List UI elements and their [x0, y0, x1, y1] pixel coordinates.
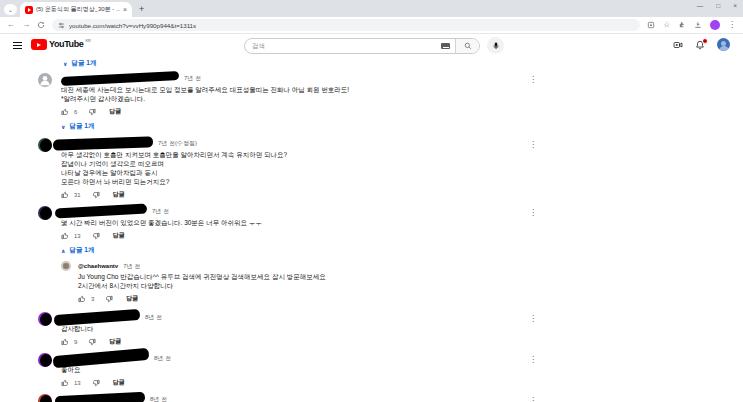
tab-close-button[interactable]: ×: [123, 6, 127, 13]
youtube-wordmark: YouTube: [49, 39, 83, 50]
like-count: 3: [91, 296, 94, 302]
avatar[interactable]: [38, 353, 52, 367]
notification-badge: [702, 38, 708, 44]
replies-toggle[interactable]: ∨ 답글 1개: [61, 122, 528, 131]
search-box[interactable]: [244, 38, 480, 54]
chevron-up-icon: ∧: [61, 248, 65, 254]
download-icon[interactable]: [694, 21, 702, 29]
comment: 7년 전 대전 세종에 사는데요 보시는대로 모임 정보를 알려주세요 대표성을…: [38, 73, 538, 131]
save-share-icon[interactable]: [647, 21, 655, 29]
like-button[interactable]: [61, 379, 69, 387]
replies-toggle[interactable]: ∨ 답글 1개: [63, 59, 743, 68]
like-button[interactable]: [61, 232, 69, 240]
comment-menu-button[interactable]: ⋮: [528, 355, 538, 387]
reply-timestamp[interactable]: 7년 전: [123, 262, 140, 271]
redacted-username: [55, 391, 145, 402]
like-count: 13: [74, 233, 81, 239]
tab-search-button[interactable]: ⌄: [4, 4, 17, 15]
window-close-button[interactable]: ×: [733, 2, 737, 9]
comment-timestamp[interactable]: 8년 전: [154, 354, 171, 363]
dislike-button[interactable]: [88, 338, 96, 346]
comment-menu-button[interactable]: ⋮: [528, 314, 538, 346]
avatar[interactable]: [38, 73, 52, 87]
comment: 8년 전 좋아요 13 답글 ⋮: [38, 353, 538, 387]
window-maximize-button[interactable]: □: [716, 2, 720, 9]
youtube-logo[interactable]: YouTube KR: [31, 39, 91, 50]
site-settings-icon[interactable]: [58, 22, 65, 29]
dislike-button[interactable]: [92, 232, 100, 240]
browser-tab[interactable]: (5) 운동식의 물리명상_30분 - ... ×: [20, 2, 132, 17]
comment-menu-button[interactable]: ⋮: [528, 396, 538, 402]
comment-text: 대전 세종에 사는데요 보시는대로 모임 정보를 알려주세요 대표성을띠는 전화…: [61, 85, 401, 103]
comment-text: 좋아요: [61, 365, 401, 374]
reply-author[interactable]: @chaehwantv: [78, 263, 118, 269]
like-button[interactable]: [61, 338, 69, 346]
notifications-button[interactable]: [695, 40, 705, 50]
comment-timestamp[interactable]: 8년 전: [145, 313, 162, 322]
comment-timestamp[interactable]: 7년 전(수정됨): [158, 139, 197, 148]
bookmark-star-icon[interactable]: ☆: [663, 21, 670, 29]
keyboard-icon[interactable]: [441, 43, 450, 49]
reply-button[interactable]: 답글: [113, 378, 125, 387]
voice-search-button[interactable]: [487, 37, 504, 54]
back-button[interactable]: ←: [7, 21, 15, 29]
comment-menu-button[interactable]: ⋮: [528, 75, 538, 131]
search-input[interactable]: [245, 42, 441, 49]
account-avatar[interactable]: [717, 38, 730, 51]
like-count: 9: [74, 339, 77, 345]
comment: 7년 전 몇 시간 짜리 버전이 있었으면 좋겠습니다. 30분은 너무 아쉬워…: [38, 206, 538, 305]
dislike-button[interactable]: [92, 379, 100, 387]
dislike-button[interactable]: [105, 295, 113, 303]
like-count: 6: [74, 109, 77, 115]
comment-timestamp[interactable]: 7년 전: [184, 74, 201, 83]
extension-icon[interactable]: [678, 21, 686, 29]
youtube-country-badge: KR: [85, 38, 91, 43]
like-count: 31: [74, 192, 81, 198]
browser-window: ⌄ (5) 운동식의 물리명상_30분 - ... × + — □ × ← → …: [0, 0, 743, 402]
like-button[interactable]: [61, 191, 69, 199]
comment-timestamp[interactable]: 8년 전: [150, 395, 167, 402]
comment-reply: @chaehwantv 7년 전 Ju Young Cho 반갑습니다^^ 유투…: [61, 261, 528, 303]
like-button[interactable]: [78, 295, 86, 303]
person-icon: [38, 73, 52, 87]
url-text: youtube.com/watch?v=vvHy990p944&t=1311s: [69, 22, 196, 29]
comment: 8년 전 감사합니다 9 답글 ⋮: [38, 312, 538, 346]
avatar[interactable]: [38, 312, 52, 326]
reply-button[interactable]: 답글: [113, 190, 125, 199]
like-button[interactable]: [61, 108, 69, 116]
window-minimize-button[interactable]: —: [697, 2, 704, 9]
avatar[interactable]: [38, 206, 52, 220]
avatar[interactable]: [38, 394, 52, 402]
hamburger-menu-icon[interactable]: [13, 42, 22, 51]
create-icon[interactable]: [673, 40, 683, 50]
avatar[interactable]: [61, 261, 71, 271]
new-tab-button[interactable]: +: [139, 5, 144, 14]
replies-toggle-expanded[interactable]: ∧ 답글 1개: [61, 246, 528, 255]
reply-button[interactable]: 답글: [109, 337, 121, 346]
tab-title: (5) 운동식의 물리명상_30분 - ...: [36, 5, 120, 14]
comment: 7년 전(수정됨) 아무 생각없이 호흡만 지켜보며 호흡만을 알아차리면서 계…: [38, 138, 538, 199]
forward-button[interactable]: →: [22, 21, 30, 29]
comment-text: 아무 생각없이 호흡만 지켜보며 호흡만을 알아차리면서 계속 유지하면 되나요…: [61, 150, 401, 186]
browser-profile-avatar[interactable]: [710, 20, 720, 30]
avatar[interactable]: [38, 138, 52, 152]
reply-button[interactable]: 답글: [109, 107, 121, 116]
comment-menu-button[interactable]: ⋮: [528, 140, 538, 199]
chevron-down-icon: ∨: [63, 61, 67, 67]
comment-timestamp[interactable]: 7년 전: [152, 207, 169, 216]
redacted-username: [55, 204, 147, 219]
reply-button[interactable]: 답글: [113, 231, 125, 240]
redacted-username: [54, 309, 141, 326]
youtube-play-icon: [31, 39, 47, 50]
dislike-button[interactable]: [92, 191, 100, 199]
comments-section: ∨ 답글 1개 7년 전 대전 세종에 사는데요 보시는대로 모임 정보를 알려…: [0, 57, 743, 402]
youtube-header: YouTube KR: [0, 34, 743, 57]
reply-button[interactable]: 답글: [126, 294, 138, 303]
reply-text: Ju Young Cho 반갑습니다^^ 유투브 검색에 귀전명상 검색해보세요…: [78, 272, 418, 290]
dislike-button[interactable]: [88, 108, 96, 116]
browser-menu-icon[interactable]: ⋮: [728, 21, 736, 29]
address-bar[interactable]: youtube.com/watch?v=vvHy990p944&t=1311s: [52, 19, 640, 31]
search-button[interactable]: [455, 38, 479, 54]
comment-menu-button[interactable]: ⋮: [528, 208, 538, 305]
reload-button[interactable]: [37, 21, 45, 29]
